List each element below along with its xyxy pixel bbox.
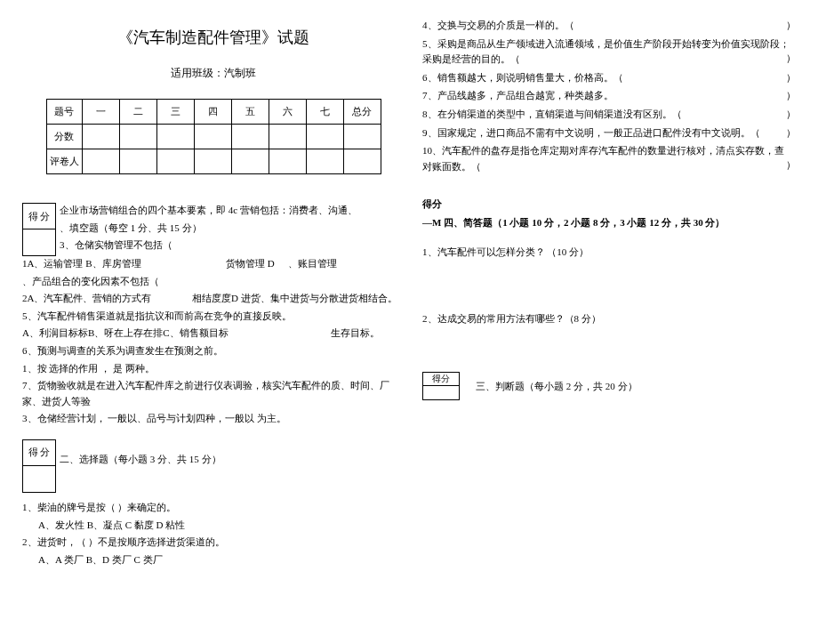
q-line: 1、按 选择的作用 ， 是 两种。 xyxy=(22,361,405,377)
q-text: A、利润目标标B、呀在上存在排C、销售额目标 xyxy=(22,327,229,338)
q-text: 5、采购是商品从生产领域进入流通领域，是价值生产阶段开始转变为价值实现阶段；采购… xyxy=(422,38,790,65)
q-line: 7、货物验收就是在进入汽车配件库之前进行仪表调验，核实汽车配件的质、时间、厂家、… xyxy=(22,378,405,409)
row-label: 分数 xyxy=(46,125,82,149)
row-label: 评卷人 xyxy=(46,149,82,174)
q-line: 2、达成交易的常用方法有哪些？（8 分） xyxy=(422,311,791,327)
section-3: 得分 三、判断题（每小题 2 分，共 20 分） xyxy=(422,372,791,400)
q-options: A、A 类厂 B、D 类厂 C 类厂 xyxy=(22,552,405,568)
q-text: 9、国家规定，进口商品不需有中文说明，一般正品进口配件没有中文说明。（ xyxy=(422,127,760,138)
right-paren: ） xyxy=(786,18,796,34)
score-box-empty xyxy=(22,466,56,493)
q-text: 2A、汽车配件、营销的方式有 xyxy=(22,293,151,303)
col-head: 七 xyxy=(306,100,343,125)
exam-title: 《汽车制造配件管理》试题 xyxy=(22,27,405,48)
section2-heading: 二、选择题（每小题 3 分、共 15 分） xyxy=(22,452,405,468)
q-text: 1A、运输管理 B、库房管理 xyxy=(22,258,141,269)
score-label: 得分 xyxy=(422,197,791,213)
right-paren: ） xyxy=(786,125,796,141)
q-text: 8、在分销渠道的类型中，直销渠道与间销渠道没有区别。（ xyxy=(422,109,682,119)
class-subtitle: 适用班级：汽制班 xyxy=(22,66,405,81)
q-line: 5、采购是商品从生产领域进入流通领域，是价值生产阶段开始转变为价值实现阶段；采购… xyxy=(422,36,791,68)
q-text: 生存目标。 xyxy=(331,327,380,338)
section1-heading: 、填空题（每空 1 分、共 15 分） xyxy=(22,221,405,237)
q-text: 相结度度D 进货、集中进货与分散进货相结合。 xyxy=(192,293,397,303)
section1-extra: 企业市场营销组合的四个基本要素，即 4c 营销包括：消费者、沟通、 xyxy=(22,203,405,219)
q-text: 7、产品线越多，产品组合越宽，种类越多。 xyxy=(422,90,614,101)
right-column: 4、交换与交易的介质是一样的。（ ） 5、采购是商品从生产领域进入流通领域，是价… xyxy=(418,0,818,578)
q-text: 10、汽车配件的盘存是指仓库定期对库存汽车配件的数量进行核对，清点实存数，查对账… xyxy=(422,145,784,172)
col-head: 二 xyxy=(119,100,156,125)
q-line: 6、销售额越大，则说明销售量大，价格高。（ ） xyxy=(422,70,791,86)
q-text: 、账目管理 xyxy=(288,258,337,269)
section-4: 得分 —M 四、简答题（1 小题 10 分，2 小题 8 分，3 小题 12 分… xyxy=(422,197,791,326)
right-paren: ） xyxy=(786,157,796,173)
q-line: 3、仓储经营计划， 一般以、品号与计划四种，一般以 为主。 xyxy=(22,411,405,427)
q-line: 5、汽车配件销售渠道就是指抗议和而前高在竞争的直接反映。 xyxy=(22,309,405,325)
right-paren: ） xyxy=(786,70,796,86)
q-line: 6、预测与调查的关系为调查发生在预测之前。 xyxy=(22,343,405,359)
q-options: A、发火性 B、凝点 C 黏度 D 粘性 xyxy=(22,518,405,534)
section3-heading: 三、判断题（每小题 2 分，共 20 分） xyxy=(422,379,791,395)
q-line: 、产品组合的变化因素不包括（ xyxy=(22,274,405,290)
q-line: 2、进货时，（ ）不是按顺序选择进货渠道的。 xyxy=(22,535,405,551)
right-paren: ） xyxy=(786,107,796,123)
col-head: 三 xyxy=(156,100,194,125)
q-line: 1、汽车配件可以怎样分类？ （10 分） xyxy=(422,245,791,261)
section-1: 得 分 企业市场营销组合的四个基本要素，即 4c 营销包括：消费者、沟通、 、填… xyxy=(22,203,405,427)
section4-heading: —M 四、简答题（1 小题 10 分，2 小题 8 分，3 小题 12 分，共 … xyxy=(422,215,791,231)
col-head: 四 xyxy=(194,100,231,125)
q-line: 2A、汽车配件、营销的方式有 相结度度D 进货、集中进货与分散进货相结合。 xyxy=(22,291,405,307)
right-paren: ） xyxy=(786,88,796,104)
q-line: 8、在分销渠道的类型中，直销渠道与间销渠道没有区别。（ ） xyxy=(422,107,791,123)
col-head: 五 xyxy=(231,100,269,125)
col-head: 六 xyxy=(269,100,306,125)
right-paren: ） xyxy=(786,51,796,67)
q-text: 货物管理 D xyxy=(226,258,275,269)
section-2: 得 分 二、选择题（每小题 3 分、共 15 分） 1、柴油的牌号是按（ ）来确… xyxy=(22,439,405,568)
q-line: 9、国家规定，进口商品不需有中文说明，一般正品进口配件没有中文说明。（ ） xyxy=(422,125,791,141)
q-text: 6、销售额越大，则说明销售量大，价格高。（ xyxy=(422,72,623,83)
row-label: 题号 xyxy=(46,100,82,125)
score-table: 题号 一 二 三 四 五 六 七 总分 分数 评卷人 xyxy=(46,99,381,174)
q-line: A、利润目标标B、呀在上存在排C、销售额目标 生存目标。 xyxy=(22,326,405,342)
q-line: 1A、运输管理 B、库房管理 货物管理 D 、账目管理 xyxy=(22,256,405,272)
q-line: 4、交换与交易的介质是一样的。（ ） xyxy=(422,18,791,34)
q-line: 10、汽车配件的盘存是指仓库定期对库存汽车配件的数量进行核对，清点实存数，查对账… xyxy=(422,143,791,174)
q-line: 1、柴油的牌号是按（ ）来确定的。 xyxy=(22,500,405,516)
col-head: 总分 xyxy=(343,100,381,125)
left-column: 《汽车制造配件管理》试题 适用班级：汽制班 题号 一 二 三 四 五 六 七 总… xyxy=(0,0,418,578)
col-head: 一 xyxy=(82,100,119,125)
q-line: 3、仓储实物管理不包括（ xyxy=(22,237,405,254)
q-text: 4、交换与交易的介质是一样的。（ xyxy=(422,20,574,30)
q-line: 7、产品线越多，产品组合越宽，种类越多。 ） xyxy=(422,88,791,104)
